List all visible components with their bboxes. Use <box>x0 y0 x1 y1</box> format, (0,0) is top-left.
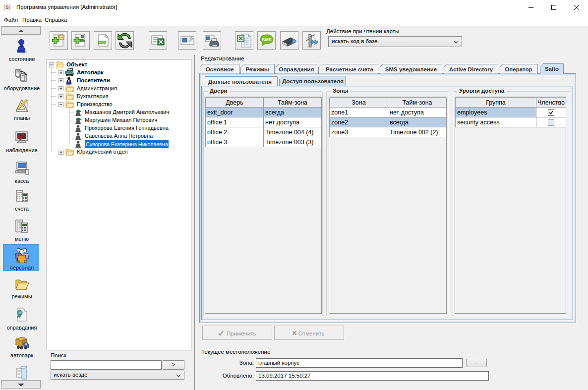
svg-text:Доступ пользователя: Доступ пользователя <box>282 78 344 84</box>
svg-text:Режимы: Режимы <box>245 66 269 72</box>
svg-text:Основное: Основное <box>206 66 234 72</box>
svg-text:Salto: Salto <box>545 66 559 72</box>
svg-text:Данные пользователя: Данные пользователя <box>208 79 272 85</box>
svg-text:SMS уведомление: SMS уведомление <box>385 66 437 72</box>
svg-text:SMS: SMS <box>262 37 272 42</box>
svg-text:Оправдания: Оправдания <box>279 66 314 72</box>
svg-text:Расчетные счета: Расчетные счета <box>326 66 374 72</box>
svg-text:Оператор: Оператор <box>505 66 532 72</box>
svg-text:Active Directory: Active Directory <box>449 66 493 72</box>
